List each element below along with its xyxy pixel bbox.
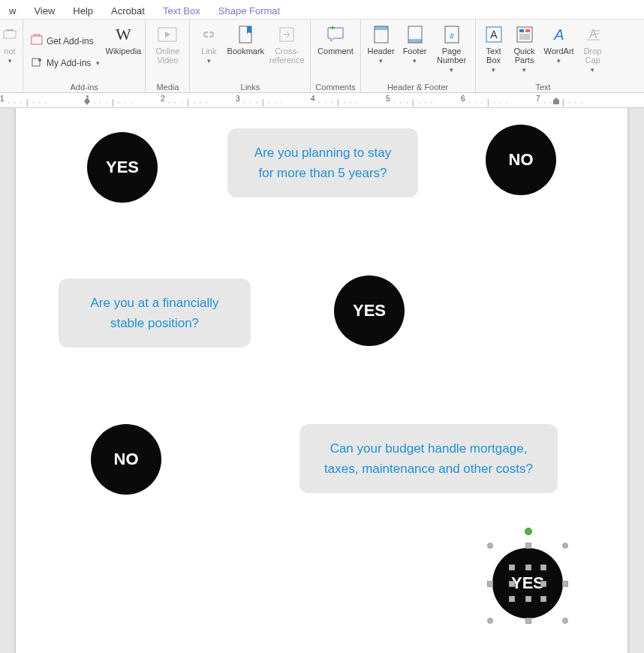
- ribbon-group-addins: Get Add-ins My Add-ins ▾ W Wikipedia Add…: [23, 20, 146, 92]
- adjust-handle[interactable]: [525, 596, 531, 602]
- chevron-down-icon: ▾: [591, 67, 594, 74]
- screenshot-button-partial[interactable]: not ▾: [2, 23, 18, 81]
- resize-handle-e[interactable]: [562, 581, 568, 587]
- addins-puzzle-icon: [31, 56, 43, 70]
- adjust-handle[interactable]: [509, 564, 515, 570]
- horizontal-ruler[interactable]: 1 1 2 3 4 5 6 7: [0, 93, 644, 108]
- shape-label: YES: [353, 301, 386, 320]
- shape-circle-yes-2[interactable]: YES: [334, 275, 405, 346]
- selection-frame: [489, 545, 566, 621]
- my-addins-button[interactable]: My Add-ins ▾: [28, 54, 103, 71]
- tab-text-box[interactable]: Text Box: [154, 0, 209, 19]
- menu-item-partial[interactable]: w: [0, 0, 25, 19]
- header-button[interactable]: Header ▾: [366, 23, 397, 81]
- group-label-header-footer: Header & Footer: [387, 81, 448, 92]
- shape-textbox-2[interactable]: Are you at a financially stable position…: [59, 278, 251, 348]
- group-label-media: Media: [156, 81, 179, 92]
- ruler-ticks: [543, 96, 583, 107]
- my-addins-label: My Add-ins: [47, 58, 91, 68]
- wikipedia-button[interactable]: W Wikipedia: [106, 23, 140, 81]
- textbox-line: stable position?: [110, 316, 199, 330]
- svg-rect-1: [6, 29, 14, 31]
- ruler-ticks: [468, 96, 508, 107]
- cross-reference-label: Cross-reference: [268, 47, 305, 65]
- rotation-handle[interactable]: [525, 528, 532, 535]
- resize-handle-w[interactable]: [487, 581, 493, 587]
- textbox-line: Are you planning to stay: [254, 146, 391, 160]
- textbox-line: taxes, maintenance and other costs?: [324, 462, 533, 476]
- ruler-ticks: [8, 96, 47, 107]
- wordart-label: WordArt: [543, 47, 573, 56]
- adjust-handle[interactable]: [525, 564, 531, 570]
- adjust-handle[interactable]: [540, 581, 546, 587]
- shape-textbox-3[interactable]: Can your budget handle mortgage, taxes, …: [299, 424, 558, 493]
- ribbon-group-links: Link ▾ Bookmark Cross-reference Links: [190, 20, 311, 92]
- footer-label: Footer: [403, 47, 427, 56]
- resize-handle-ne[interactable]: [562, 543, 568, 549]
- adjust-handle[interactable]: [540, 564, 546, 570]
- svg-text:#: #: [450, 32, 454, 41]
- indent-marker-left[interactable]: [84, 101, 90, 107]
- adjust-handle[interactable]: [509, 596, 515, 602]
- resize-handle-nw[interactable]: [487, 543, 493, 549]
- chevron-down-icon: ▾: [557, 58, 561, 65]
- ruler-number: 6: [461, 95, 465, 103]
- group-label-addins: Add-ins: [71, 81, 98, 92]
- cross-reference-icon: [276, 24, 297, 45]
- dropcap-icon: A: [582, 24, 603, 45]
- textbox-line: Can your budget handle mortgage,: [330, 441, 528, 456]
- ruler-ticks: [168, 96, 208, 107]
- resize-handle-s[interactable]: [525, 618, 531, 624]
- online-video-button[interactable]: Online Video: [150, 23, 185, 81]
- shape-circle-no-1[interactable]: NO: [486, 125, 556, 195]
- menu-bar: w View Help Acrobat Text Box Shape Forma…: [0, 0, 644, 20]
- bookmark-label: Bookmark: [227, 47, 265, 56]
- svg-rect-2: [32, 36, 42, 44]
- wikipedia-icon: W: [113, 24, 134, 45]
- chevron-down-icon: ▾: [96, 59, 100, 67]
- get-addins-button[interactable]: Get Add-ins: [28, 32, 103, 50]
- group-label-comments: Comments: [315, 81, 355, 92]
- ribbon: not ▾ Get Add-ins My Add-ins: [0, 20, 644, 93]
- shape-textbox-1[interactable]: Are you planning to stay for more than 5…: [227, 128, 418, 197]
- textbox-content: Are you at a financially stable position…: [90, 293, 218, 333]
- wordart-button[interactable]: A WordArt ▾: [542, 23, 576, 81]
- ruler-number: 4: [311, 95, 315, 103]
- menu-item-acrobat[interactable]: Acrobat: [102, 0, 154, 19]
- link-icon: [198, 24, 219, 45]
- ruler-number: 7: [536, 95, 540, 103]
- tab-shape-format[interactable]: Shape Format: [209, 0, 289, 19]
- resize-handle-se[interactable]: [562, 618, 568, 624]
- shape-circle-no-2[interactable]: NO: [91, 424, 161, 495]
- textbox-line: for more than 5 years?: [258, 166, 387, 180]
- menu-item-help[interactable]: Help: [64, 0, 102, 19]
- chevron-down-icon: ▾: [450, 67, 453, 74]
- bookmark-button[interactable]: Bookmark: [226, 23, 265, 81]
- adjust-handle[interactable]: [509, 581, 515, 587]
- svg-point-4: [38, 59, 41, 62]
- bookmark-icon: [235, 24, 256, 45]
- quick-parts-button[interactable]: Quick Parts ▾: [510, 23, 539, 81]
- ribbon-group-text: A Text Box ▾ Quick Parts ▾ A WordArt ▾: [476, 20, 611, 92]
- cross-reference-button[interactable]: Cross-reference: [268, 23, 305, 81]
- page-number-button[interactable]: # Page Number ▾: [433, 23, 471, 81]
- drop-cap-button[interactable]: A Drop Cap ▾: [579, 23, 606, 81]
- resize-handle-n[interactable]: [525, 543, 531, 549]
- link-button[interactable]: Link ▾: [194, 23, 223, 81]
- svg-rect-20: [519, 29, 524, 32]
- footer-icon: [405, 24, 426, 45]
- menu-item-view[interactable]: View: [25, 0, 64, 19]
- svg-rect-12: [375, 26, 388, 30]
- shape-circle-yes-1[interactable]: YES: [87, 132, 158, 203]
- video-icon: [157, 24, 178, 45]
- addins-store-icon: [31, 34, 43, 48]
- comment-button[interactable]: Comment: [316, 23, 355, 81]
- document-page[interactable]: YES Are you planning to stay for more th…: [16, 108, 627, 653]
- footer-button[interactable]: Footer ▾: [400, 23, 430, 81]
- adjust-handle[interactable]: [540, 596, 546, 602]
- resize-handle-sw[interactable]: [487, 618, 493, 624]
- text-box-button[interactable]: A Text Box ▾: [480, 23, 507, 81]
- ruler-number: 2: [161, 95, 165, 103]
- chevron-down-icon: ▾: [522, 67, 526, 74]
- quick-parts-label: Quick Parts: [510, 47, 539, 65]
